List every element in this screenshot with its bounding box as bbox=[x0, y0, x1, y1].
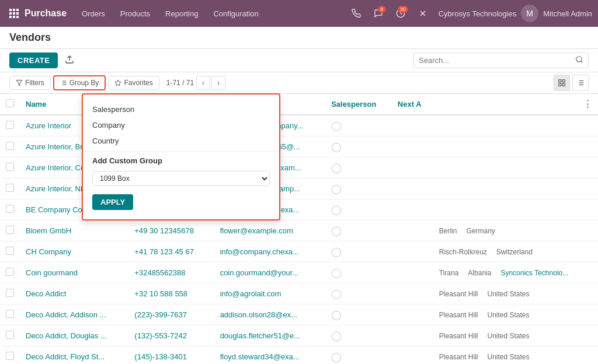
row-checkbox[interactable] bbox=[6, 289, 14, 297]
row-phone: +32 10 588 558 bbox=[128, 284, 214, 304]
nav-products[interactable]: Products bbox=[113, 6, 157, 22]
table-row: Bloem GmbH +49 30 12345678 flower@exampl… bbox=[0, 220, 598, 242]
row-salesperson: ◯ bbox=[325, 115, 392, 136]
table-row: Deco Addict, Addison ... (223)-399-7637 … bbox=[0, 304, 598, 326]
row-salesperson: ◯ bbox=[325, 346, 392, 365]
groupby-button[interactable]: Group By bbox=[53, 75, 106, 90]
list-view-button[interactable] bbox=[572, 75, 589, 91]
svg-rect-24 bbox=[562, 80, 565, 82]
row-checkbox[interactable] bbox=[6, 226, 14, 234]
row-salesperson: ◯ bbox=[325, 220, 392, 242]
row-extra bbox=[433, 136, 598, 158]
clock-icon: ◯ bbox=[331, 289, 342, 299]
row-checkbox[interactable] bbox=[6, 310, 14, 318]
nav-configuration[interactable]: Configuration bbox=[206, 6, 265, 22]
activity-icon[interactable]: 30 bbox=[392, 5, 409, 22]
row-nexta bbox=[392, 158, 433, 178]
row-extra bbox=[433, 115, 598, 136]
row-name[interactable]: Deco Addict, Douglas ... bbox=[20, 326, 128, 346]
upload-icon[interactable] bbox=[62, 52, 77, 68]
action-toolbar: CREATE bbox=[0, 49, 598, 72]
select-all-header[interactable] bbox=[0, 94, 20, 115]
row-name[interactable]: Deco Addict bbox=[20, 284, 128, 304]
col-more[interactable]: ⋮ bbox=[433, 94, 598, 115]
row-phone: +32485562388 bbox=[128, 262, 214, 284]
kanban-view-button[interactable] bbox=[554, 75, 570, 91]
row-checkbox-cell[interactable] bbox=[0, 346, 20, 365]
row-checkbox-cell[interactable] bbox=[0, 115, 20, 136]
row-email: addison.olson28@ex... bbox=[214, 304, 326, 326]
row-nexta bbox=[392, 178, 433, 200]
custom-group-select[interactable]: 1099 Box bbox=[92, 171, 270, 186]
avatar[interactable]: M bbox=[521, 5, 538, 22]
create-button[interactable]: CREATE bbox=[9, 52, 58, 68]
groupby-options: Salesperson Company Country bbox=[83, 99, 279, 152]
column-more-icon[interactable]: ⋮ bbox=[583, 99, 592, 109]
row-checkbox[interactable] bbox=[6, 268, 14, 276]
row-name[interactable]: Deco Addict, Floyd St... bbox=[20, 346, 128, 365]
row-checkbox[interactable] bbox=[6, 205, 14, 213]
search-icon[interactable] bbox=[575, 55, 583, 65]
row-email: floyd.steward34@exa... bbox=[214, 346, 326, 365]
search-bar[interactable] bbox=[413, 52, 589, 68]
row-checkbox-cell[interactable] bbox=[0, 178, 20, 200]
row-checkbox-cell[interactable] bbox=[0, 242, 20, 262]
row-checkbox[interactable] bbox=[6, 163, 14, 171]
row-checkbox-cell[interactable] bbox=[0, 136, 20, 158]
row-checkbox-cell[interactable] bbox=[0, 284, 20, 304]
row-checkbox-cell[interactable] bbox=[0, 220, 20, 242]
row-checkbox-cell[interactable] bbox=[0, 200, 20, 220]
select-all-checkbox[interactable] bbox=[6, 99, 14, 107]
row-name[interactable]: Bloem GmbH bbox=[20, 220, 128, 242]
row-checkbox[interactable] bbox=[6, 247, 14, 255]
col-nexta: Next A bbox=[392, 94, 433, 115]
groupby-country[interactable]: Country bbox=[83, 133, 279, 149]
svg-rect-25 bbox=[562, 83, 565, 86]
clock-icon: ◯ bbox=[331, 163, 342, 173]
custom-group-header: Add Custom Group bbox=[83, 152, 279, 167]
row-checkbox[interactable] bbox=[6, 184, 14, 192]
row-email: flower@example.com bbox=[214, 220, 326, 242]
row-checkbox-cell[interactable] bbox=[0, 304, 20, 326]
row-extra bbox=[433, 158, 598, 178]
row-name[interactable]: Coin gourmand bbox=[20, 262, 128, 284]
next-page-button[interactable]: › bbox=[211, 76, 225, 90]
row-checkbox[interactable] bbox=[6, 331, 14, 339]
row-checkbox[interactable] bbox=[6, 352, 14, 360]
svg-rect-1 bbox=[13, 9, 15, 11]
username[interactable]: Mitchell Admin bbox=[543, 9, 592, 18]
filters-button[interactable]: Filters bbox=[9, 76, 51, 90]
row-salesperson: ◯ bbox=[325, 178, 392, 200]
row-checkbox-cell[interactable] bbox=[0, 262, 20, 284]
row-checkbox-cell[interactable] bbox=[0, 326, 20, 346]
favorites-button[interactable]: Favorites bbox=[108, 76, 159, 90]
clock-icon: ◯ bbox=[331, 121, 342, 131]
row-email: coin.gourmand@your... bbox=[214, 262, 326, 284]
row-nexta bbox=[392, 284, 433, 304]
row-checkbox-cell[interactable] bbox=[0, 158, 20, 178]
svg-rect-6 bbox=[9, 16, 12, 18]
nav-orders[interactable]: Orders bbox=[75, 6, 112, 22]
top-nav-menu: Orders Products Reporting Configuration bbox=[75, 6, 345, 22]
apply-button[interactable]: APPLY bbox=[92, 194, 133, 210]
prev-page-button[interactable]: ‹ bbox=[196, 76, 210, 90]
svg-rect-0 bbox=[9, 9, 12, 11]
filter-bar: Filters Group By Favorites 1-71 / 71 ‹ › bbox=[0, 72, 598, 94]
row-email: info@agrolait.com bbox=[214, 284, 326, 304]
row-name[interactable]: Deco Addict, Addison ... bbox=[20, 304, 128, 326]
phone-icon[interactable] bbox=[347, 5, 365, 22]
groupby-salesperson[interactable]: Salesperson bbox=[83, 102, 279, 117]
apps-grid-icon[interactable] bbox=[6, 5, 22, 22]
chat-icon[interactable]: 8 bbox=[370, 5, 387, 22]
row-extra: Pleasant HillUnited States bbox=[433, 284, 598, 304]
row-name[interactable]: CH Company bbox=[20, 242, 128, 262]
view-toggle bbox=[554, 75, 589, 91]
nav-reporting[interactable]: Reporting bbox=[158, 6, 205, 22]
app-brand[interactable]: Purchase bbox=[25, 8, 67, 19]
row-extra: TiranaAlbaniaSynconics Technolo... bbox=[433, 262, 598, 284]
row-checkbox[interactable] bbox=[6, 121, 14, 129]
groupby-company[interactable]: Company bbox=[83, 117, 279, 133]
close-icon[interactable] bbox=[414, 5, 432, 22]
row-checkbox[interactable] bbox=[6, 142, 14, 150]
search-input[interactable] bbox=[419, 56, 575, 65]
